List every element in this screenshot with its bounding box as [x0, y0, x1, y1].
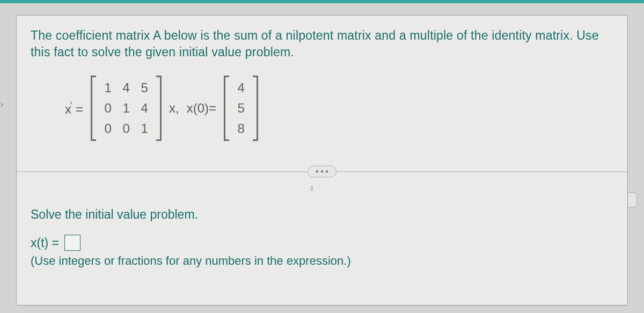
- matrix-A-cell: 0: [120, 121, 133, 136]
- vector-x0-cell: 4: [235, 80, 247, 95]
- solve-prompt: Solve the initial value problem.: [31, 207, 613, 222]
- vector-x0: 4 5 8: [224, 76, 258, 141]
- top-accent-bar: [0, 0, 644, 3]
- matrix-A-cell: 0: [101, 101, 114, 116]
- problem-card: The coefficient matrix A below is the su…: [16, 15, 628, 305]
- vector-x0-cell: 8: [235, 121, 247, 136]
- answer-input[interactable]: [64, 235, 80, 251]
- matrix-A-cell: 1: [120, 101, 133, 116]
- ellipsis-icon: [321, 170, 323, 173]
- chevron-right-icon[interactable]: [628, 192, 637, 207]
- x0-label: x(0)=: [187, 101, 216, 116]
- matrix-A: 1 4 5 0 1 4 0 0 1: [91, 76, 162, 141]
- matrix-A-cell: 1: [138, 121, 151, 136]
- answer-row: x(t) =: [31, 235, 613, 251]
- expand-button[interactable]: [308, 166, 336, 177]
- ellipsis-icon: [316, 170, 318, 173]
- problem-statement: The coefficient matrix A below is the su…: [31, 27, 613, 61]
- x-comma-label: x,: [169, 101, 179, 116]
- vector-x0-cell: 5: [235, 101, 247, 116]
- section-divider: ⇩: [31, 166, 613, 178]
- download-icon: ⇩: [309, 185, 314, 192]
- matrix-A-cell: 4: [120, 80, 133, 95]
- x-prime-label: x′ =: [65, 100, 83, 117]
- matrix-A-cell: 5: [138, 80, 151, 95]
- matrix-A-cell: 4: [138, 101, 151, 116]
- chevron-left-icon: ›: [0, 98, 4, 110]
- answer-hint: (Use integers or fractions for any numbe…: [31, 254, 613, 268]
- equation-block: x′ = 1 4 5 0 1 4 0 0 1 x, x(0)= 4 5: [65, 76, 613, 141]
- ellipsis-icon: [326, 170, 328, 173]
- matrix-A-cell: 1: [101, 80, 114, 95]
- answer-label: x(t) =: [31, 236, 59, 250]
- matrix-A-cell: 0: [101, 121, 114, 136]
